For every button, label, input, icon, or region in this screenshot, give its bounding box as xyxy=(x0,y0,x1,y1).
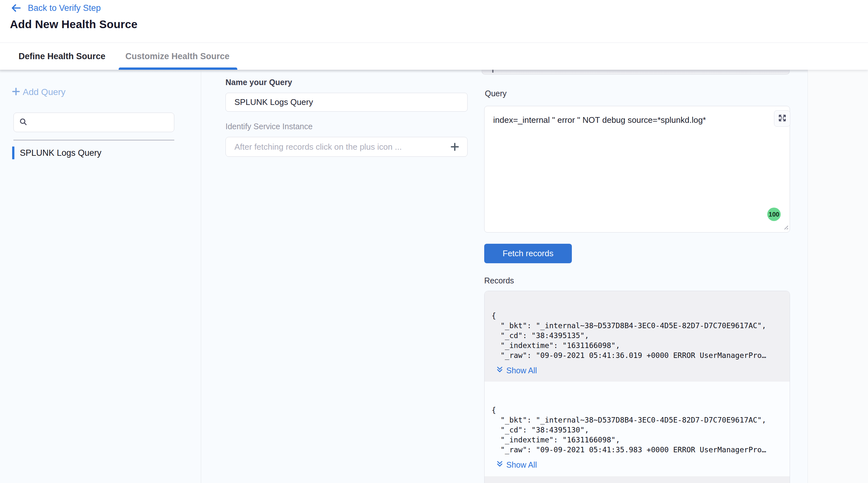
identify-service-instance-label: Identify Service Instance xyxy=(225,122,312,131)
active-tab-underline xyxy=(119,67,237,70)
query-name-input[interactable] xyxy=(225,93,468,112)
show-all-label: Show All xyxy=(506,460,537,470)
name-your-query-label: Name your Query xyxy=(225,78,292,87)
selected-indicator-bar xyxy=(12,147,14,159)
tab-customize-health-source[interactable]: Customize Health Source xyxy=(125,43,229,70)
sidebar-divider xyxy=(13,140,174,141)
query-label: Query xyxy=(485,89,506,98)
add-query-label: Add Query xyxy=(23,87,66,97)
records-count-badge: 100 xyxy=(767,208,781,221)
expand-icon xyxy=(778,114,787,124)
clipped-text-fragment xyxy=(492,70,494,72)
search-icon xyxy=(19,117,28,127)
back-to-verify-step-link[interactable]: Back to Verify Step xyxy=(10,3,101,13)
query-editor[interactable]: index=_internal " error " NOT debug sour… xyxy=(484,106,790,233)
service-instance-field xyxy=(225,137,468,157)
back-arrow-icon xyxy=(10,3,22,13)
search-input[interactable] xyxy=(32,117,169,127)
page-title: Add New Health Source xyxy=(10,18,137,31)
plus-icon xyxy=(11,87,21,97)
query-item-label: SPLUNK Logs Query xyxy=(20,148,101,158)
show-all-link[interactable]: Show All xyxy=(496,460,537,470)
record-json: { "_bkt": "_internal~38~D537D8B4-3EC0-4D… xyxy=(492,311,783,361)
tab-bar: Define Health Source Customize Health So… xyxy=(0,43,868,70)
tab-define-health-source[interactable]: Define Health Source xyxy=(19,43,105,70)
records-container: { "_bkt": "_internal~38~D537D8B4-3EC0-4D… xyxy=(484,291,790,483)
page-header: Back to Verify Step Add New Health Sourc… xyxy=(0,0,868,43)
record-card: { "_bkt": "_internal~38~D537D8B4-3EC0-4D… xyxy=(485,382,789,476)
double-chevron-down-icon xyxy=(496,460,503,470)
right-page-margin xyxy=(808,70,868,483)
query-text[interactable]: index=_internal " error " NOT debug sour… xyxy=(493,115,764,125)
show-all-link[interactable]: Show All xyxy=(496,366,537,375)
back-link-label: Back to Verify Step xyxy=(28,3,101,13)
service-instance-input[interactable] xyxy=(226,142,450,152)
sidebar-item-splunk-logs-query[interactable]: SPLUNK Logs Query xyxy=(0,145,201,160)
add-query-button[interactable]: Add Query xyxy=(11,87,66,97)
expand-query-button[interactable] xyxy=(774,110,790,127)
record-card: { "_bkt": "_internal~38~D537D8B4-3EC0-4D… xyxy=(485,291,789,382)
add-service-instance-plus-button[interactable] xyxy=(450,141,460,152)
double-chevron-down-icon xyxy=(496,366,503,375)
records-label: Records xyxy=(484,276,514,285)
query-sidebar: Add Query SPLUNK Logs Query xyxy=(0,70,201,483)
record-json: { "_bkt": "_internal~38~D537D8B4-3EC0-4D… xyxy=(492,405,783,455)
textarea-resize-handle[interactable] xyxy=(783,224,789,232)
fetch-records-button[interactable]: Fetch records xyxy=(484,244,572,263)
content-area: Add Query SPLUNK Logs Query Name your Qu… xyxy=(0,70,868,483)
clipped-input-bottom[interactable] xyxy=(482,70,789,74)
query-search-box[interactable] xyxy=(13,113,174,132)
add-health-source-page: Back to Verify Step Add New Health Sourc… xyxy=(0,0,868,483)
show-all-label: Show All xyxy=(506,366,537,375)
record-card xyxy=(485,476,789,483)
